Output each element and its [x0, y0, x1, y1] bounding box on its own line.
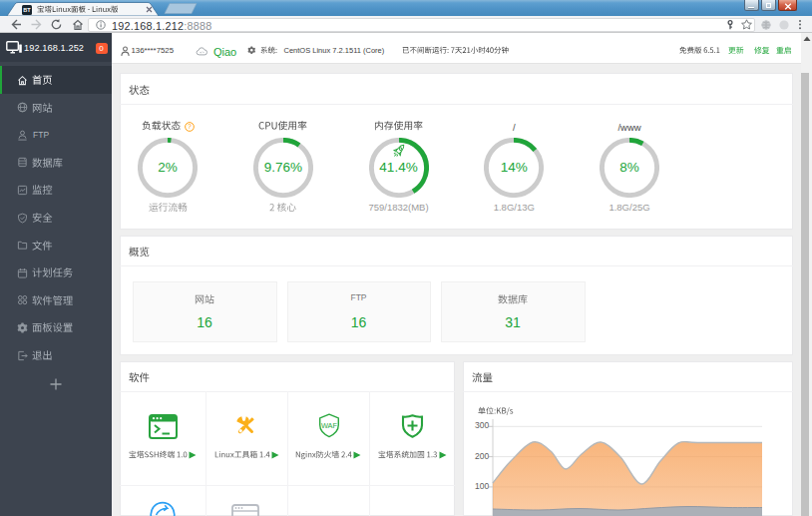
- svg-text:WAF: WAF: [320, 421, 337, 430]
- svg-text:?: ?: [188, 123, 192, 130]
